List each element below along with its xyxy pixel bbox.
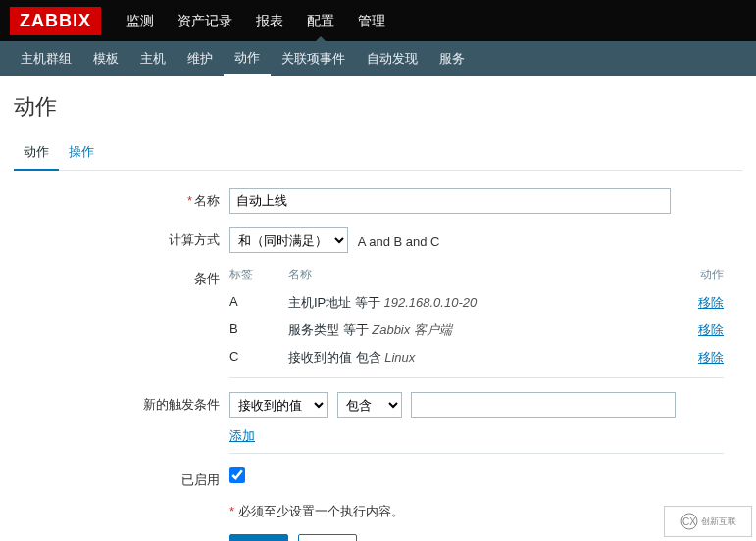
add-condition-link[interactable]: 添加: [229, 427, 255, 445]
remove-link[interactable]: 移除: [698, 322, 724, 337]
condition-row: B 服务类型 等于 Zabbix 客户端 移除: [229, 317, 724, 344]
condition-label: C: [229, 349, 288, 367]
top-navigation: ZABBIX 监测 资产记录 报表 配置 管理: [0, 0, 756, 41]
condition-row: C 接收到的值 包含 Linux 移除: [229, 344, 724, 371]
topnav-monitor[interactable]: 监测: [115, 0, 166, 41]
calc-label: 计算方式: [14, 227, 229, 249]
conditions-table: 标签 名称 动作 A 主机IP地址 等于 192.168.0.10-20 移除 …: [229, 267, 724, 371]
subnav-correlation[interactable]: 关联项事件: [271, 41, 356, 76]
condition-name: 接收到的值 包含 Linux: [288, 349, 684, 367]
condition-name: 服务类型 等于 Zabbix 客户端: [288, 321, 684, 339]
cond-header-action: 动作: [684, 267, 724, 283]
subnav-hosts[interactable]: 主机: [129, 41, 176, 76]
tab-operations[interactable]: 操作: [59, 135, 104, 170]
topnav-admin[interactable]: 管理: [346, 0, 397, 41]
subnav-actions[interactable]: 动作: [224, 41, 271, 76]
new-trigger-label: 新的触发条件: [14, 392, 229, 414]
calc-expression: A and B and C: [358, 234, 440, 249]
tabs: 动作 操作: [14, 135, 742, 171]
cond-header-name: 名称: [288, 267, 684, 283]
action-form: *名称 计算方式 和（同时满足） A and B and C 条件 标签 名称 …: [0, 171, 756, 541]
watermark-icon: CX: [680, 513, 698, 530]
subnav-templates[interactable]: 模板: [82, 41, 129, 76]
conditions-label: 条件: [14, 267, 229, 288]
condition-row: A 主机IP地址 等于 192.168.0.10-20 移除: [229, 289, 724, 317]
new-trigger-op-select[interactable]: 包含: [337, 392, 402, 418]
name-input[interactable]: [229, 188, 671, 214]
remove-link[interactable]: 移除: [698, 295, 724, 310]
page-title: 动作: [0, 76, 756, 135]
condition-label: B: [229, 321, 288, 339]
logo: ZABBIX: [10, 7, 101, 35]
subnav-services[interactable]: 服务: [428, 41, 476, 76]
new-trigger-value-input[interactable]: [411, 392, 676, 418]
subnav-maintenance[interactable]: 维护: [176, 41, 224, 76]
sub-navigation: 主机群组 模板 主机 维护 动作 关联项事件 自动发现 服务: [0, 41, 756, 76]
topnav-reports[interactable]: 报表: [244, 0, 295, 41]
watermark: CX 创新互联: [664, 506, 752, 537]
new-trigger-type-select[interactable]: 接收到的值: [229, 392, 328, 418]
submit-button[interactable]: 添加: [229, 534, 288, 541]
enabled-checkbox[interactable]: [229, 467, 245, 483]
tab-action[interactable]: 动作: [14, 135, 59, 171]
subnav-hostgroups[interactable]: 主机群组: [10, 41, 82, 76]
topnav-inventory[interactable]: 资产记录: [166, 0, 244, 41]
name-label: *名称: [14, 188, 229, 210]
cancel-button[interactable]: 取消: [298, 534, 357, 541]
remove-link[interactable]: 移除: [698, 350, 724, 365]
calc-select[interactable]: 和（同时满足）: [229, 227, 348, 253]
subnav-discovery[interactable]: 自动发现: [356, 41, 428, 76]
enabled-label: 已启用: [14, 467, 229, 489]
condition-name: 主机IP地址 等于 192.168.0.10-20: [288, 294, 684, 312]
cond-header-label: 标签: [229, 267, 288, 283]
condition-label: A: [229, 294, 288, 312]
svg-text:CX: CX: [682, 516, 696, 527]
topnav-config[interactable]: 配置: [295, 0, 346, 41]
